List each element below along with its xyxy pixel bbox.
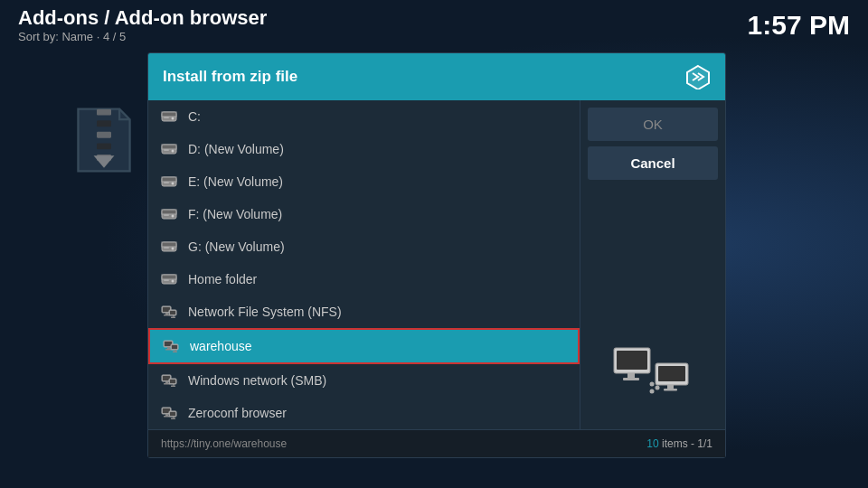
- svg-rect-41: [167, 347, 170, 349]
- svg-rect-44: [172, 345, 177, 349]
- cancel-button[interactable]: Cancel: [588, 146, 718, 180]
- clock: 1:57 PM: [748, 10, 850, 41]
- dialog-footer: https://tiny.one/warehouse 10 items - 1/…: [148, 429, 725, 457]
- network-drive-icon: [161, 304, 177, 320]
- svg-rect-53: [173, 384, 175, 386]
- svg-rect-0: [97, 109, 111, 116]
- install-zip-dialog: Install from zip file C: D: (New Volume): [147, 52, 726, 458]
- list-item-home-folder[interactable]: Home folder: [148, 263, 580, 296]
- svg-rect-2: [97, 132, 111, 138]
- network-icon-area: [588, 323, 718, 422]
- svg-rect-37: [173, 315, 175, 317]
- network-drive-icon: [161, 372, 177, 389]
- hdd-drive-icon: [161, 239, 177, 255]
- svg-rect-18: [164, 182, 169, 183]
- svg-rect-70: [664, 389, 677, 391]
- svg-point-21: [172, 215, 175, 218]
- svg-rect-38: [171, 317, 175, 319]
- list-item-c-drive[interactable]: C:: [148, 100, 580, 133]
- list-item-zeroconf[interactable]: Zeroconf browser: [148, 397, 580, 429]
- svg-rect-68: [658, 366, 685, 381]
- svg-rect-22: [164, 214, 169, 216]
- list-item-e-drive[interactable]: E: (New Volume): [148, 165, 580, 198]
- list-item-f-drive[interactable]: F: (New Volume): [148, 198, 580, 230]
- list-item-label-d-drive: D: (New Volume): [188, 142, 284, 156]
- hdd-drive-icon: [161, 206, 177, 222]
- list-item-label-smb: Windows network (SMB): [188, 373, 326, 388]
- hdd-drive-icon: [161, 271, 177, 287]
- footer-page: 1/1: [697, 437, 712, 450]
- svg-rect-12: [162, 145, 176, 149]
- list-item-label-warehouse: warehouse: [190, 339, 252, 353]
- footer-items-label: items -: [662, 437, 697, 450]
- svg-rect-54: [171, 386, 175, 388]
- list-item-d-drive[interactable]: D: (New Volume): [148, 133, 580, 165]
- right-panel: OK Cancel: [580, 100, 725, 429]
- hdd-drive-icon: [161, 141, 177, 157]
- svg-rect-20: [162, 210, 176, 214]
- svg-rect-30: [164, 279, 169, 281]
- list-item-label-e-drive: E: (New Volume): [188, 174, 283, 189]
- network-drive-icon: [161, 405, 177, 421]
- file-list: C: D: (New Volume) E: (New Volume) F: (N…: [148, 100, 580, 429]
- network-computers-icon: [612, 341, 693, 404]
- list-item-label-zeroconf: Zeroconf browser: [188, 406, 287, 420]
- list-item-smb[interactable]: Windows network (SMB): [148, 364, 580, 397]
- svg-rect-57: [165, 414, 168, 416]
- zip-file-icon: [68, 99, 140, 181]
- svg-rect-69: [667, 385, 674, 389]
- svg-point-73: [650, 389, 655, 394]
- dialog-header: Install from zip file: [148, 53, 725, 100]
- page-title: Add-ons / Add-on browser: [18, 6, 267, 30]
- svg-rect-10: [164, 117, 169, 118]
- svg-rect-66: [623, 378, 639, 380]
- hdd-drive-icon: [161, 108, 177, 125]
- svg-rect-28: [162, 275, 176, 279]
- svg-rect-16: [162, 177, 176, 182]
- footer-count: 10 items - 1/1: [646, 437, 712, 450]
- list-item-label-home-folder: Home folder: [188, 272, 257, 286]
- svg-rect-8: [162, 112, 176, 117]
- svg-rect-3: [97, 143, 111, 149]
- svg-point-25: [172, 248, 175, 250]
- ok-button[interactable]: OK: [588, 108, 718, 141]
- list-item-nfs[interactable]: Network File System (NFS): [148, 296, 580, 328]
- hdd-drive-icon: [161, 174, 177, 190]
- svg-rect-33: [165, 313, 168, 314]
- svg-point-13: [172, 150, 175, 153]
- svg-point-17: [172, 183, 175, 185]
- svg-rect-65: [627, 373, 635, 378]
- svg-rect-24: [162, 242, 176, 247]
- footer-url: https://tiny.one/warehouse: [161, 437, 287, 450]
- svg-rect-52: [170, 380, 175, 383]
- svg-rect-64: [617, 351, 647, 370]
- svg-rect-36: [170, 311, 175, 314]
- svg-rect-14: [164, 149, 169, 151]
- list-item-label-f-drive: F: (New Volume): [188, 207, 282, 221]
- list-item-label-c-drive: C:: [188, 109, 201, 124]
- footer-items-count: 10: [646, 437, 658, 450]
- svg-rect-1: [97, 120, 111, 127]
- svg-rect-49: [165, 381, 168, 383]
- list-item-warehouse[interactable]: warehouse: [148, 328, 580, 364]
- network-drive-icon: [163, 338, 179, 354]
- svg-point-9: [172, 117, 175, 120]
- kodi-logo-icon: [685, 64, 711, 89]
- svg-point-72: [656, 386, 660, 390]
- list-item-label-g-drive: G: (New Volume): [188, 239, 285, 254]
- dialog-title: Install from zip file: [163, 68, 297, 86]
- svg-rect-61: [173, 417, 175, 418]
- dialog-body: C: D: (New Volume) E: (New Volume) F: (N…: [148, 100, 725, 429]
- svg-rect-26: [164, 247, 169, 249]
- svg-point-29: [172, 280, 175, 283]
- page-subtitle: Sort by: Name · 4 / 5: [18, 30, 267, 43]
- list-item-label-nfs: Network File System (NFS): [188, 305, 342, 319]
- svg-rect-46: [173, 352, 177, 353]
- svg-point-71: [650, 382, 655, 387]
- topbar: Add-ons / Add-on browser Sort by: Name ·…: [0, 0, 868, 50]
- svg-rect-60: [170, 412, 175, 416]
- svg-rect-62: [171, 418, 175, 420]
- topbar-left: Add-ons / Add-on browser Sort by: Name ·…: [18, 6, 267, 43]
- list-item-g-drive[interactable]: G: (New Volume): [148, 230, 580, 263]
- svg-rect-45: [175, 350, 176, 352]
